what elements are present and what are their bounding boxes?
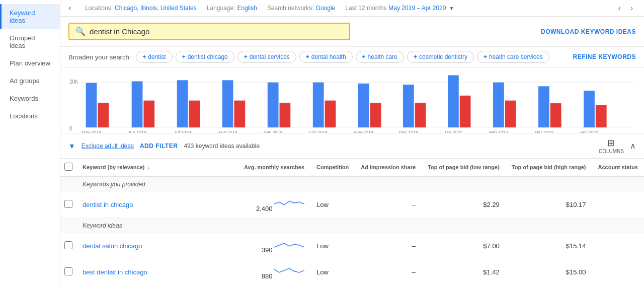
plus-icon: + xyxy=(414,53,417,60)
language-value: English xyxy=(237,5,257,12)
bar-blue-nov2019 xyxy=(358,84,369,127)
table-row: dentist in chicago 2,400 Low – $2.29 $10… xyxy=(60,192,644,218)
th-keyword[interactable]: Keyword (by relevance) ↓ xyxy=(76,159,238,176)
date-filter[interactable]: Last 12 months May 2019 – Apr 2020 ▼ xyxy=(345,5,454,12)
table-row: dental salon chicago 390 Low – $7.00 $15… xyxy=(60,233,644,259)
search-input[interactable] xyxy=(90,27,343,36)
bar-red-jan2020 xyxy=(460,96,471,127)
prev-button[interactable]: ‹ xyxy=(615,3,624,13)
exclude-adult-link[interactable]: Exclude adult ideas xyxy=(82,142,134,150)
th-bid-low[interactable]: Top of page bid (low range) xyxy=(422,159,506,176)
add-filter-button[interactable]: ADD FILTER xyxy=(140,142,178,150)
columns-icon: ⊞ xyxy=(607,137,615,149)
bar-red-aug2019 xyxy=(234,101,245,127)
sidebar-item-plan-overview[interactable]: Plan overview xyxy=(0,54,60,72)
sidebar-item-keyword-ideas[interactable]: Keyword ideas xyxy=(0,4,60,29)
broaden-chip-cosmetic-dentistry[interactable]: + cosmetic dentistry xyxy=(407,51,474,63)
filter-icon: ▼ xyxy=(68,142,75,150)
date-value: May 2019 – Apr 2020 xyxy=(388,5,446,12)
th-impression[interactable]: Ad impression share xyxy=(355,159,422,176)
avg-cell: 880 xyxy=(238,259,310,286)
main-content: ‹ Locations: Chicago, Illinois, United S… xyxy=(60,0,644,285)
svg-text:Nov 2019: Nov 2019 xyxy=(354,130,373,133)
row-checkbox-provided-0[interactable] xyxy=(64,200,72,208)
bar-blue-jun2019 xyxy=(132,81,143,127)
download-button[interactable]: DOWNLOAD KEYWORD IDEAS xyxy=(541,28,636,35)
refine-button[interactable]: REFINE KEYWORDS xyxy=(573,53,636,60)
svg-text:Sep 2019: Sep 2019 xyxy=(264,130,283,133)
status-cell xyxy=(592,233,644,259)
bar-red-oct2019 xyxy=(325,101,336,127)
bar-red-may2019 xyxy=(98,103,109,127)
table-row: best dentist in chicago 880 Low – $1.42 … xyxy=(60,259,644,286)
broaden-chip-dentist[interactable]: + dentist xyxy=(136,51,172,63)
language-filter[interactable]: Language: English xyxy=(207,5,257,12)
svg-text:Jan 2020: Jan 2020 xyxy=(444,130,463,133)
impression-cell: – xyxy=(355,259,422,286)
bar-red-sep2019 xyxy=(280,103,291,127)
locations-filter[interactable]: Locations: Chicago, Illinois, United Sta… xyxy=(85,5,196,12)
keyword-cell[interactable]: best dentist in chicago xyxy=(76,259,238,286)
svg-text:20K: 20K xyxy=(69,79,78,85)
trend-sparkline xyxy=(274,238,304,252)
select-all-checkbox[interactable] xyxy=(64,163,72,171)
network-filter[interactable]: Search networks: Google xyxy=(267,5,335,12)
keyword-table: Keyword (by relevance) ↓ Avg. monthly se… xyxy=(60,159,644,285)
sidebar-item-grouped-ideas[interactable]: Grouped ideas xyxy=(0,29,60,54)
next-button[interactable]: › xyxy=(627,3,636,13)
broaden-chip-health-care[interactable]: + health care xyxy=(356,51,404,63)
locations-label: Locations: xyxy=(85,5,113,12)
bid-high-cell: $10.17 xyxy=(506,192,592,218)
th-bid-high[interactable]: Top of page bid (high range) xyxy=(506,159,592,176)
row-checkbox-idea-0[interactable] xyxy=(64,241,72,249)
bar-blue-sep2019 xyxy=(268,83,279,127)
plus-icon: + xyxy=(244,53,248,60)
svg-text:0: 0 xyxy=(69,125,72,131)
impression-cell: – xyxy=(355,192,422,218)
svg-text:Aug 2019: Aug 2019 xyxy=(218,130,237,133)
bar-blue-jul2019 xyxy=(177,80,188,127)
keyword-cell[interactable]: dental salon chicago xyxy=(76,233,238,259)
collapse-button[interactable]: ∧ xyxy=(630,141,636,151)
broaden-chip-dentist-chicago[interactable]: + dentist chicago xyxy=(176,51,234,63)
bar-red-mar2020 xyxy=(550,103,561,127)
sidebar-item-keywords[interactable]: Keywords xyxy=(0,90,60,107)
bar-blue-mar2020 xyxy=(538,86,549,127)
columns-button[interactable]: ⊞ COLUMNS xyxy=(599,137,624,154)
plus-icon: + xyxy=(142,53,146,60)
plus-icon: + xyxy=(484,53,487,60)
chevron-down-icon: ▼ xyxy=(449,6,454,11)
sort-arrow-icon: ↓ xyxy=(147,165,150,170)
competition-cell: Low xyxy=(310,233,355,259)
th-competition[interactable]: Competition xyxy=(310,159,355,176)
th-checkbox xyxy=(60,159,76,176)
svg-text:Oct 2019: Oct 2019 xyxy=(309,130,328,133)
sidebar-item-ad-groups[interactable]: Ad groups xyxy=(0,72,60,90)
broaden-chip-health-care-services[interactable]: + health care services xyxy=(477,51,549,63)
th-avg[interactable]: Avg. monthly searches xyxy=(238,159,310,176)
sidebar-item-locations[interactable]: Locations xyxy=(0,107,60,125)
bar-blue-jan2020 xyxy=(448,75,459,127)
search-icon: 🔍 xyxy=(75,27,86,36)
network-value: Google xyxy=(316,5,336,12)
status-cell xyxy=(592,192,644,218)
th-status[interactable]: Account status xyxy=(592,159,644,176)
bar-blue-oct2019 xyxy=(313,83,324,127)
bid-low-cell: $7.00 xyxy=(422,233,506,259)
keyword-cell[interactable]: dentist in chicago xyxy=(76,192,238,218)
bar-red-feb2020 xyxy=(505,101,516,127)
plus-icon: + xyxy=(362,53,366,60)
svg-text:May 2019: May 2019 xyxy=(82,130,101,133)
svg-text:Jul 2019: Jul 2019 xyxy=(174,130,191,133)
broaden-label: Broaden your search: xyxy=(68,53,131,61)
top-bar: ‹ Locations: Chicago, Illinois, United S… xyxy=(60,0,644,17)
pagination-nav: ‹ › xyxy=(615,3,636,13)
back-button[interactable]: ‹ xyxy=(68,4,75,13)
broaden-chip-dental-services[interactable]: + dental services xyxy=(237,51,296,63)
svg-text:Apr 2020: Apr 2020 xyxy=(580,130,598,133)
row-checkbox-idea-1[interactable] xyxy=(64,267,72,275)
trend-sparkline xyxy=(274,197,304,211)
section-provided: Keywords you provided xyxy=(60,176,644,192)
broaden-chip-dental-health[interactable]: + dental health xyxy=(299,51,353,63)
chart-container: 20K 0 May 2019 Jun 2019 Jul 2019 xyxy=(60,67,644,133)
